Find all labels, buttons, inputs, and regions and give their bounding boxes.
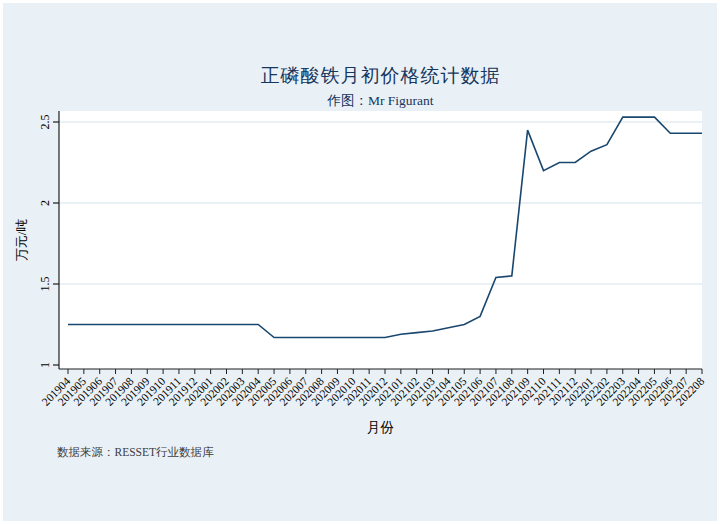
plot-area: 11.522.520190420190520190620190720190820… <box>3 3 717 521</box>
y-tick-label: 2.5 <box>38 115 52 130</box>
y-tick-label: 1.5 <box>38 277 52 292</box>
x-axis-title: 月份 <box>59 419 702 437</box>
chart-canvas: 正磷酸铁月初价格统计数据 作图：Mr Figurant 万元/吨 11.522.… <box>0 0 720 524</box>
source-note: 数据来源：RESSET行业数据库 <box>57 445 214 460</box>
y-tick-label: 1 <box>38 362 52 368</box>
plot-background <box>59 111 702 369</box>
y-tick-label: 2 <box>38 200 52 206</box>
